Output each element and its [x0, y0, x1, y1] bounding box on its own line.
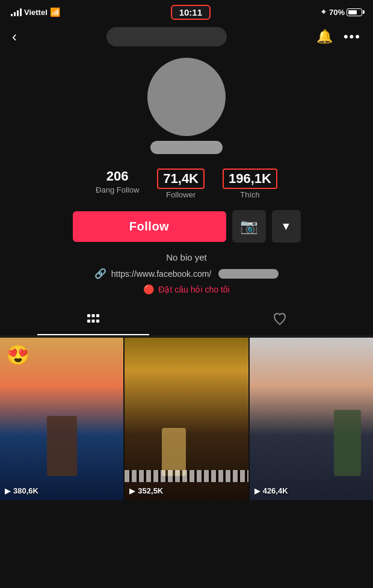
- svg-rect-1: [92, 314, 95, 317]
- battery-body: [347, 8, 362, 16]
- wifi-icon: 📶: [50, 7, 60, 17]
- signal-bars: [11, 8, 22, 16]
- heart-icon: [272, 312, 288, 330]
- likes-label: Thích: [240, 190, 260, 199]
- video-thumb-2[interactable]: ▶ 352,5K: [125, 338, 248, 500]
- question-icon: 🔴: [143, 284, 155, 295]
- battery-percent: 70%: [329, 8, 345, 17]
- bio-section: No bio yet 🔗 https://www.facebook.com/ 🔴…: [82, 252, 291, 295]
- play-count-3: 426,4K: [263, 486, 288, 495]
- video-play-3: ▶ 426,4K: [254, 486, 288, 495]
- bell-icon[interactable]: 🔔: [316, 29, 333, 45]
- status-left: Viettel 📶: [11, 7, 60, 17]
- battery-fill: [348, 10, 357, 14]
- stat-following: 206 Đang Follow: [96, 169, 139, 199]
- username-bar: [150, 141, 223, 154]
- stat-likes: 196,1K Thích: [223, 169, 277, 199]
- avatar: [147, 58, 226, 136]
- battery: 70%: [329, 8, 362, 17]
- nav-bar: ‹ 🔔 •••: [0, 22, 373, 52]
- svg-rect-2: [96, 314, 99, 317]
- question-text: Đặt câu hỏi cho tôi: [158, 285, 229, 294]
- nav-icons: 🔔 •••: [316, 29, 361, 45]
- video-thumb-1[interactable]: 😍 ▶ 380,6K: [0, 338, 123, 500]
- location-icon: ⌖: [321, 7, 325, 17]
- link-blur: [218, 269, 279, 279]
- link-text[interactable]: https://www.facebook.com/: [111, 269, 212, 279]
- play-icon-2: ▶: [129, 486, 135, 495]
- profile-section: 206 Đang Follow 71,4K Follower 196,1K Th…: [0, 52, 373, 295]
- video-thumb-3[interactable]: ▶ 426,4K: [250, 338, 373, 500]
- search-bar[interactable]: [106, 27, 227, 46]
- carrier-name: Viettel: [24, 8, 48, 17]
- link-icon: 🔗: [94, 268, 106, 279]
- instagram-button[interactable]: 📷: [232, 210, 266, 243]
- svg-rect-0: [87, 314, 90, 317]
- following-label: Đang Follow: [96, 185, 139, 194]
- more-options-icon[interactable]: •••: [344, 29, 361, 45]
- tab-liked[interactable]: [186, 306, 373, 336]
- action-row: Follow 📷 ▼: [12, 210, 361, 243]
- likes-count: 196,1K: [223, 169, 277, 189]
- link-row: 🔗 https://www.facebook.com/: [94, 268, 279, 279]
- grid-icon: [86, 313, 100, 329]
- status-right: ⌖ 70%: [321, 7, 362, 17]
- svg-rect-4: [92, 320, 95, 323]
- play-count-2: 352,5K: [138, 486, 163, 495]
- follow-button[interactable]: Follow: [73, 211, 226, 242]
- svg-rect-3: [87, 320, 90, 323]
- time-text: 10:11: [179, 7, 202, 17]
- emoji-overlay-1: 😍: [6, 344, 30, 367]
- piano-keys: [125, 470, 248, 482]
- question-row[interactable]: 🔴 Đặt câu hỏi cho tôi: [94, 284, 279, 295]
- back-button[interactable]: ‹: [12, 28, 17, 45]
- stat-followers: 71,4K Follower: [157, 169, 205, 199]
- chevron-down-icon: ▼: [281, 220, 292, 233]
- play-icon-3: ▶: [254, 486, 260, 495]
- video-play-1: ▶ 380,6K: [5, 486, 39, 495]
- tabs-row: [0, 306, 373, 336]
- play-count-1: 380,6K: [13, 486, 39, 495]
- play-icon-1: ▶: [5, 486, 11, 495]
- instagram-icon: 📷: [240, 218, 258, 235]
- follower-count: 71,4K: [157, 169, 205, 189]
- figure-3: [334, 410, 361, 476]
- bio-text: No bio yet: [166, 252, 207, 262]
- stats-row: 206 Đang Follow 71,4K Follower 196,1K Th…: [12, 169, 361, 199]
- video-grid: 😍 ▶ 380,6K ▶ 352,5K ▶ 426,4K: [0, 338, 373, 500]
- follower-label: Follower: [166, 190, 196, 199]
- time-display: 10:11: [171, 5, 211, 20]
- following-count: 206: [106, 169, 129, 184]
- status-bar: Viettel 📶 10:11 ⌖ 70%: [0, 0, 373, 22]
- avatar-container: [147, 58, 226, 154]
- video-play-2: ▶ 352,5K: [129, 486, 163, 495]
- dropdown-button[interactable]: ▼: [272, 210, 301, 243]
- figure-2: [162, 428, 186, 476]
- svg-rect-5: [96, 320, 99, 323]
- figure-1: [47, 416, 77, 476]
- tab-videos[interactable]: [0, 307, 186, 335]
